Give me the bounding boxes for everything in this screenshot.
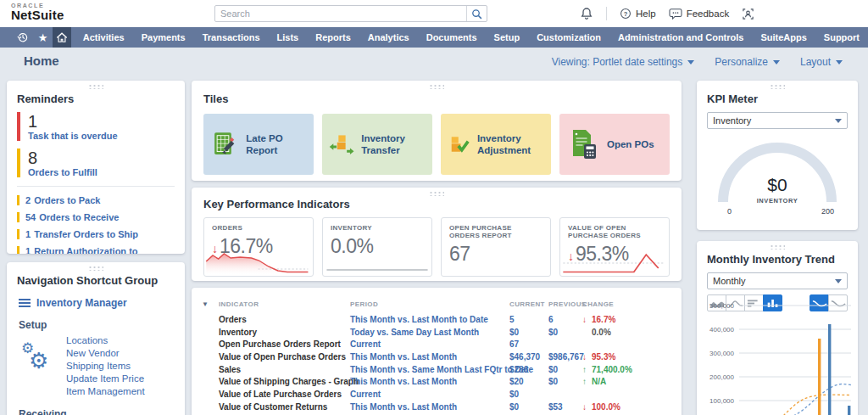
bar-orange <box>818 339 821 415</box>
kpi-card-value-open-purchase-orders[interactable]: VALUE OF OPEN PURCHASE ORDERS ↓95.3% <box>559 217 670 277</box>
recent-records-button[interactable] <box>13 27 33 48</box>
nav-item-payments[interactable]: Payments <box>133 27 194 48</box>
inventory-transfer-icon <box>329 127 354 161</box>
col-indicator: INDICATOR <box>219 300 350 308</box>
chevron-down-icon <box>836 60 843 64</box>
drag-handle-icon[interactable] <box>429 191 444 196</box>
kpi-meter-portlet: KPI Meter Inventory $0 INVENTORY 0 200 <box>697 81 858 230</box>
trend-chart: 500,000 400,000 300,000 200,000 100,000 <box>700 297 854 415</box>
link-locations[interactable]: Locations <box>66 334 145 347</box>
kpi-meter-title: KPI Meter <box>707 93 848 105</box>
chevron-down-icon <box>835 279 842 283</box>
menu-icon <box>19 298 31 308</box>
kpi-title: Key Performance Indicators <box>203 198 670 210</box>
reminder-orders-to-receive[interactable]: 54Orders to Receive <box>17 212 175 222</box>
nav-menu: Activities Payments Transactions Lists R… <box>75 27 868 48</box>
nav-item-reports[interactable]: Reports <box>307 27 359 48</box>
chevron-down-icon <box>687 60 694 64</box>
header-actions: ? Help Feedback <box>580 0 754 27</box>
nav-item-transactions[interactable]: Transactions <box>194 27 269 48</box>
viewing-portlet-date-settings-dropdown[interactable]: Viewing: Portlet date settings <box>552 56 695 68</box>
drag-handle-icon[interactable] <box>429 84 444 89</box>
monthly-inventory-trend-portlet: Monthly Inventory Trend Monthly 500,000 … <box>697 241 858 415</box>
gauge-label: INVENTORY <box>707 197 848 205</box>
reminder-task-overdue[interactable]: 1 Task that is overdue <box>17 112 175 141</box>
nav-item-customization[interactable]: Customization <box>528 27 609 48</box>
svg-text:500,000: 500,000 <box>709 302 734 310</box>
reminder-orders-to-fulfill[interactable]: 8 Orders to Fulfill <box>17 149 175 177</box>
kpi-card-orders[interactable]: ORDERS ↓16.7% <box>203 217 314 277</box>
drag-handle-icon[interactable] <box>770 84 785 89</box>
kpi-portlet: Key Performance Indicators ORDERS ↓16.7%… <box>192 188 682 281</box>
nav-item-support[interactable]: Support <box>815 27 868 48</box>
reminders-portlet: Reminders 1 Task that is overdue 8 Order… <box>7 81 185 254</box>
kpi-meter-select[interactable]: Inventory <box>707 112 848 129</box>
reminders-title: Reminders <box>17 93 175 105</box>
netsuite-logo[interactable]: ORACLE NetSuite <box>11 3 64 21</box>
global-search <box>214 5 487 22</box>
tile-late-po-report[interactable]: Late PO Report <box>203 114 314 175</box>
page-controls: Viewing: Portlet date settings Personali… <box>552 56 843 68</box>
orders-sparkline <box>204 249 313 276</box>
search-icon <box>471 8 482 20</box>
help-button[interactable]: ? Help <box>620 8 656 20</box>
trend-period-select[interactable]: Monthly <box>707 272 848 289</box>
bar-blue <box>828 324 831 415</box>
feedback-label: Feedback <box>687 8 730 19</box>
inventory-adjustment-icon <box>448 127 470 161</box>
nav-item-documents[interactable]: Documents <box>418 27 486 48</box>
netsuite-dashboard: ORACLE NetSuite ? Help Feedback <box>0 0 868 415</box>
col-period: PERIOD <box>350 300 509 308</box>
nav-item-setup[interactable]: Setup <box>486 27 529 48</box>
gears-icon: ⚙⚙ <box>17 334 59 398</box>
shortcuts-button[interactable]: ★ <box>33 27 53 48</box>
reminder-return-authorization[interactable]: 1Return Authorization to Receive <box>17 246 175 254</box>
kpi-summary-table: ▼ INDICATOR PERIOD CURRENT PREVIOUS CHAN… <box>192 288 682 415</box>
reminder-transfer-orders-to-ship[interactable]: 1Transfer Orders to Ship <box>17 229 175 239</box>
tile-inventory-transfer[interactable]: Inventory Transfer <box>322 114 432 175</box>
late-po-report-icon <box>210 127 239 161</box>
chevron-down-icon <box>835 119 842 123</box>
link-item-management[interactable]: Item Management <box>66 385 145 398</box>
nav-item-administration-and-controls[interactable]: Administration and Controls <box>609 27 753 48</box>
search-button[interactable] <box>466 6 487 21</box>
help-label: Help <box>636 8 656 19</box>
notifications-bell-icon[interactable] <box>580 7 593 20</box>
tile-inventory-adjustment[interactable]: Inventory Adjustment <box>441 114 551 175</box>
kpi-card-inventory[interactable]: INVENTORY 0.0% <box>322 217 432 277</box>
home-icon <box>56 31 68 43</box>
tile-open-pos[interactable]: Open POs <box>559 114 670 175</box>
svg-text:200,000: 200,000 <box>709 373 734 381</box>
table-row: Value of Open Purchase OrdersThis Month … <box>192 351 682 363</box>
table-row: OrdersThis Month vs. Last Month to Date5… <box>192 313 682 326</box>
inventory-manager-link[interactable]: Inventory Manager <box>19 297 175 309</box>
search-input[interactable] <box>215 6 466 21</box>
kpi-card-open-purchase-orders[interactable]: OPEN PURCHASE ORDERS REPORT 67 <box>441 217 551 277</box>
nav-item-suiteapps[interactable]: SuiteApps <box>752 27 815 48</box>
link-update-item-price[interactable]: Update Item Price <box>66 373 145 385</box>
col-previous: PREVIOUS <box>548 300 582 308</box>
header-divider <box>606 7 607 20</box>
layout-dropdown[interactable]: Layout <box>800 56 843 68</box>
drag-handle-icon[interactable] <box>770 244 785 250</box>
svg-text:100,000: 100,000 <box>709 397 734 405</box>
clock-history-icon <box>17 31 29 43</box>
link-shipping-items[interactable]: Shipping Items <box>66 360 145 373</box>
feedback-button[interactable]: Feedback <box>669 8 730 20</box>
star-icon: ★ <box>38 32 48 43</box>
top-header: ORACLE NetSuite ? Help Feedback <box>0 0 868 27</box>
reminder-orders-to-pack[interactable]: 2Orders to Pack <box>17 195 175 205</box>
roles-icon[interactable] <box>742 8 754 20</box>
nav-item-analytics[interactable]: Analytics <box>359 27 418 48</box>
drag-handle-icon[interactable] <box>88 84 103 89</box>
personalize-dropdown[interactable]: Personalize <box>715 56 780 68</box>
table-row: Value of Customer ReturnsThis Month vs. … <box>192 401 682 413</box>
link-new-vendor[interactable]: New Vendor <box>66 347 145 360</box>
nav-item-activities[interactable]: Activities <box>75 27 133 48</box>
kpi-gauge: $0 INVENTORY 0 200 <box>707 141 848 230</box>
trend-title: Monthly Inventory Trend <box>707 253 848 266</box>
drag-handle-icon[interactable] <box>88 266 103 271</box>
home-button[interactable] <box>53 27 70 48</box>
filter-caret-icon[interactable]: ▼ <box>202 300 219 308</box>
nav-item-lists[interactable]: Lists <box>269 27 308 48</box>
